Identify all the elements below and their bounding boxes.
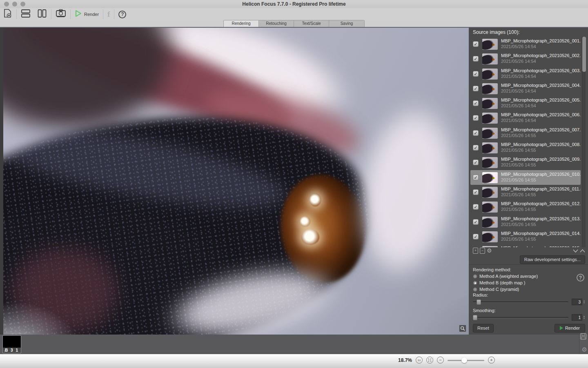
- zoom-slider-knob[interactable]: [461, 357, 467, 363]
- radius-slider[interactable]: [473, 299, 568, 305]
- split-vertical-button[interactable]: [34, 9, 50, 20]
- checkbox-checked[interactable]: ✓: [473, 145, 479, 151]
- smoothing-slider[interactable]: [473, 314, 568, 321]
- tab[interactable]: Retouching: [259, 20, 294, 27]
- smoothing-slider-handle[interactable]: [473, 315, 477, 320]
- zoom-actual-size-button[interactable]: 1:1: [416, 357, 423, 364]
- source-image-row[interactable]: ✓ MBP_Microphotograph_20210526_012.cr3 2…: [470, 200, 581, 214]
- source-image-row[interactable]: ✓ MBP_Microphotograph_20210526_001.cr3 2…: [470, 37, 581, 51]
- checkbox-checked[interactable]: ✓: [473, 189, 479, 195]
- source-image-row[interactable]: ✓ MBP_Microphotograph_20210526_002.cr3 2…: [470, 51, 581, 66]
- method-help-icon[interactable]: ?: [577, 274, 584, 282]
- image-info: MBP_Microphotograph_20210526_005.cr3 202…: [501, 97, 581, 109]
- source-image-row[interactable]: ✓ MBP_Microphotograph_20210526_008.cr3 2…: [470, 140, 581, 155]
- image-filename: MBP_Microphotograph_20210526_013.cr3: [501, 216, 581, 222]
- method-radio-label: Method C (pyramid): [479, 287, 519, 292]
- image-filename: MBP_Microphotograph_20210526_004.cr3: [501, 82, 581, 88]
- checkbox-checked[interactable]: ✓: [473, 219, 479, 225]
- source-image-row[interactable]: ✓ MBP_Microphotograph_20210526_013.cr3 2…: [470, 215, 581, 229]
- checkbox-checked[interactable]: ✓: [473, 130, 479, 136]
- image-filename: MBP_Microphotograph_20210526_003.cr3: [501, 68, 581, 73]
- tab[interactable]: Rendering: [224, 20, 259, 27]
- checkbox-checked[interactable]: ✓: [473, 175, 479, 180]
- list-scrollbar-thumb[interactable]: [582, 37, 586, 72]
- render-toolbar-button[interactable]: Render: [71, 9, 102, 20]
- radius-label: Radius:: [473, 293, 488, 297]
- checkbox-checked[interactable]: ✓: [473, 115, 479, 121]
- list-scrollbar-track[interactable]: [582, 37, 586, 247]
- source-image-row[interactable]: ✓ MBP_Microphotograph_20210526_007.cr3 2…: [470, 126, 581, 140]
- method-radio-label: Method A (weighted average): [479, 274, 538, 279]
- add-images-button[interactable]: [0, 9, 16, 20]
- photo-shape: [3, 28, 171, 130]
- photo-canvas[interactable]: [3, 28, 469, 335]
- help-icon: ?: [118, 11, 126, 18]
- photo-shape: [3, 267, 143, 335]
- save-button[interactable]: [580, 333, 587, 341]
- tab[interactable]: Saving: [329, 20, 364, 27]
- radius-value-input[interactable]: [572, 299, 582, 305]
- method-radio-option[interactable]: Method A (weighted average): [473, 273, 538, 279]
- source-images-header: Source images (100):: [473, 29, 520, 35]
- tab[interactable]: Text/Scale: [294, 20, 329, 27]
- smoothing-value-input[interactable]: [572, 314, 582, 321]
- remove-file-button[interactable]: −: [480, 248, 485, 254]
- camera-button[interactable]: [52, 9, 69, 20]
- method-radio-option[interactable]: Method B (depth map ): [473, 279, 538, 286]
- radio-icon[interactable]: [473, 274, 477, 279]
- source-image-row[interactable]: ✓ MBP_Microphotograph_20210526_010.cr3 2…: [470, 170, 581, 185]
- radio-icon[interactable]: [473, 281, 477, 285]
- magnifier-button[interactable]: [459, 325, 466, 332]
- help-button[interactable]: ?: [115, 9, 129, 20]
- checkbox-checked[interactable]: ✓: [473, 204, 479, 210]
- checkbox-checked[interactable]: ✓: [473, 160, 479, 165]
- add-file-button[interactable]: +: [473, 248, 478, 254]
- section-divider: [469, 264, 588, 265]
- checkbox-checked[interactable]: ✓: [473, 56, 479, 62]
- smoothing-stepper[interactable]: ▲ ▼: [583, 315, 585, 319]
- facebook-button[interactable]: f: [104, 9, 113, 20]
- reset-button[interactable]: Reset: [473, 324, 494, 333]
- zoom-out-button[interactable]: −: [437, 357, 444, 364]
- checkbox-checked[interactable]: ✓: [473, 71, 479, 77]
- render-button[interactable]: Render: [555, 324, 585, 333]
- image-info: MBP_Microphotograph_20210526_003.cr3 202…: [501, 68, 581, 79]
- chevron-up-button[interactable]: [579, 248, 586, 254]
- checkbox-checked[interactable]: ✓: [473, 41, 479, 47]
- source-image-row[interactable]: ✓ MBP_Microphotograph_20210526_009.cr3 2…: [470, 155, 581, 170]
- checkbox-checked[interactable]: ✓: [473, 100, 479, 106]
- image-date: 2021/05/26 14:54: [501, 44, 581, 49]
- image-filename: MBP_Microphotograph_20210526_011.cr3: [501, 186, 581, 192]
- chevron-down-button[interactable]: [572, 248, 579, 254]
- radius-stepper[interactable]: ▲ ▼: [583, 300, 585, 304]
- result-thumbnail[interactable]: B 3 1 1°: [2, 335, 21, 353]
- smoothing-spinbox: ▲ ▼: [572, 314, 585, 321]
- file-settings-button[interactable]: ⚙: [487, 248, 492, 254]
- radius-slider-handle[interactable]: [477, 299, 481, 305]
- zoom-slider[interactable]: [448, 357, 484, 364]
- checkbox-checked[interactable]: ✓: [473, 234, 479, 239]
- method-radio-option[interactable]: Method C (pyramid): [473, 286, 538, 293]
- radio-icon[interactable]: [473, 287, 477, 292]
- image-date: 2021/05/26 14:54: [501, 88, 581, 94]
- one-to-one-icon: 1:1: [418, 359, 421, 361]
- image-date: 2021/05/26 14:55: [501, 206, 581, 212]
- zoom-fit-button[interactable]: [426, 357, 433, 364]
- source-image-row[interactable]: ✓ MBP_Microphotograph_20210526_014.cr3 2…: [470, 229, 581, 244]
- source-image-row[interactable]: ✓ MBP_Microphotograph_20210526_011.cr3 2…: [470, 185, 581, 200]
- render-play-icon: [75, 9, 82, 19]
- source-image-row[interactable]: ✓ MBP_Microphotograph_20210526_006.cr3 2…: [470, 111, 581, 125]
- source-image-row[interactable]: ✓ MBP_Microphotograph_20210526_015.cr3 2…: [470, 244, 581, 247]
- stepper-down-icon[interactable]: ▼: [583, 302, 585, 304]
- checkbox-checked[interactable]: ✓: [473, 86, 479, 91]
- stepper-down-icon[interactable]: ▼: [583, 317, 585, 319]
- raw-development-settings-button[interactable]: Raw development settings...: [520, 255, 585, 264]
- image-info: MBP_Microphotograph_20210526_001.cr3 202…: [501, 38, 581, 49]
- source-image-row[interactable]: ✓ MBP_Microphotograph_20210526_004.cr3 2…: [470, 81, 581, 96]
- filmstrip-settings-button[interactable]: ⚙: [582, 346, 587, 353]
- zoom-in-button[interactable]: +: [488, 357, 495, 364]
- split-horizontal-button[interactable]: [18, 9, 34, 20]
- source-image-row[interactable]: ✓ MBP_Microphotograph_20210526_005.cr3 2…: [470, 96, 581, 111]
- source-image-row[interactable]: ✓ MBP_Microphotograph_20210526_003.cr3 2…: [470, 67, 581, 81]
- image-info: MBP_Microphotograph_20210526_009.cr3 202…: [501, 156, 581, 168]
